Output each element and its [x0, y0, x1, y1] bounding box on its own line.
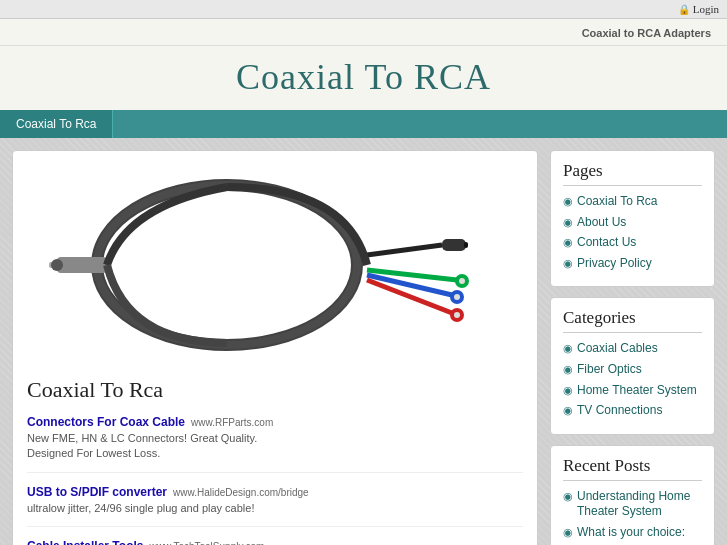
svg-rect-16: [442, 239, 466, 251]
pages-item-1: ◉ About Us: [563, 215, 702, 231]
pages-link-3[interactable]: Privacy Policy: [577, 256, 652, 272]
category-item-3: ◉ TV Connections: [563, 403, 702, 419]
svg-point-5: [51, 259, 63, 271]
sidebar-recent-section: Recent Posts ◉ Understanding Home Theate…: [550, 445, 715, 545]
bullet-icon: ◉: [563, 384, 573, 397]
pages-item-2: ◉ Contact Us: [563, 235, 702, 251]
ad-link-2[interactable]: USB to S/PDIF converter: [27, 485, 167, 499]
main-heading: Coaxial To Rca: [27, 377, 523, 403]
ad-url-2: www.HalideDesign.com/bridge: [173, 487, 309, 498]
login-link[interactable]: 🔒 Login: [678, 3, 719, 15]
bullet-icon: ◉: [563, 526, 573, 539]
content-wrapper: Coaxial To Rca Connectors For Coax Cable…: [0, 138, 727, 545]
cable-illustration: [27, 165, 487, 365]
svg-point-14: [454, 312, 460, 318]
recent-heading: Recent Posts: [563, 456, 702, 481]
recent-list: ◉ Understanding Home Theater System ◉ Wh…: [563, 489, 702, 541]
ad-link-1[interactable]: Connectors For Coax Cable: [27, 415, 185, 429]
category-item-0: ◉ Coaxial Cables: [563, 341, 702, 357]
recent-link-1[interactable]: What is your choice:: [577, 525, 685, 541]
pages-item-3: ◉ Privacy Policy: [563, 256, 702, 272]
sidebar: Pages ◉ Coaxial To Rca ◉ About Us ◉ Cont…: [550, 150, 715, 545]
pages-link-0[interactable]: Coaxial To Rca: [577, 194, 657, 210]
lock-icon: 🔒: [678, 4, 690, 15]
categories-list: ◉ Coaxial Cables ◉ Fiber Optics ◉ Home T…: [563, 341, 702, 418]
pages-link-2[interactable]: Contact Us: [577, 235, 636, 251]
top-bar: 🔒 Login: [0, 0, 727, 19]
recent-link-0[interactable]: Understanding Home Theater System: [577, 489, 702, 520]
category-link-1[interactable]: Fiber Optics: [577, 362, 642, 378]
ad-item-1: Connectors For Coax Cable www.RFParts.co…: [27, 415, 523, 473]
bullet-icon: ◉: [563, 195, 573, 208]
main-image: [27, 165, 487, 365]
bullet-icon: ◉: [563, 363, 573, 376]
ad-desc-2: ultralow jitter, 24/96 single plug and p…: [27, 501, 523, 516]
recent-item-0: ◉ Understanding Home Theater System: [563, 489, 702, 520]
bullet-icon: ◉: [563, 342, 573, 355]
ad-item-3: Cable Installer Tools www.TechToolSupply…: [27, 539, 523, 545]
category-link-0[interactable]: Coaxial Cables: [577, 341, 658, 357]
recent-item-1: ◉ What is your choice:: [563, 525, 702, 541]
category-link-2[interactable]: Home Theater System: [577, 383, 697, 399]
main-column: Coaxial To Rca Connectors For Coax Cable…: [12, 150, 538, 545]
bullet-icon: ◉: [563, 404, 573, 417]
svg-point-11: [454, 294, 460, 300]
ad-item-2: USB to S/PDIF converter www.HalideDesign…: [27, 485, 523, 527]
site-title-block: Coaxial To RCA: [0, 46, 727, 110]
svg-rect-3: [57, 257, 107, 273]
bullet-icon: ◉: [563, 490, 573, 503]
ad-url-3: www.TechToolSupply.com: [149, 541, 264, 545]
category-item-2: ◉ Home Theater System: [563, 383, 702, 399]
category-item-1: ◉ Fiber Optics: [563, 362, 702, 378]
pages-link-1[interactable]: About Us: [577, 215, 626, 231]
breadcrumb: Coaxial to RCA Adapters: [582, 27, 711, 39]
pages-list: ◉ Coaxial To Rca ◉ About Us ◉ Contact Us…: [563, 194, 702, 271]
nav-bar: Coaxial To Rca: [0, 110, 727, 138]
site-header: Coaxial to RCA Adapters: [0, 19, 727, 46]
category-link-3[interactable]: TV Connections: [577, 403, 662, 419]
pages-item-0: ◉ Coaxial To Rca: [563, 194, 702, 210]
svg-rect-17: [464, 242, 468, 248]
bullet-icon: ◉: [563, 257, 573, 270]
sidebar-pages-section: Pages ◉ Coaxial To Rca ◉ About Us ◉ Cont…: [550, 150, 715, 287]
login-label[interactable]: Login: [693, 3, 719, 15]
pages-heading: Pages: [563, 161, 702, 186]
bullet-icon: ◉: [563, 216, 573, 229]
nav-item-coaxial-to-rca[interactable]: Coaxial To Rca: [0, 110, 113, 138]
sidebar-categories-section: Categories ◉ Coaxial Cables ◉ Fiber Opti…: [550, 297, 715, 434]
ad-desc-1: New FME, HN & LC Connectors! Great Quali…: [27, 431, 523, 462]
ad-link-3[interactable]: Cable Installer Tools: [27, 539, 143, 545]
bullet-icon: ◉: [563, 236, 573, 249]
ad-url-1: www.RFParts.com: [191, 417, 273, 428]
categories-heading: Categories: [563, 308, 702, 333]
svg-point-8: [459, 278, 465, 284]
site-title: Coaxial To RCA: [0, 56, 727, 98]
